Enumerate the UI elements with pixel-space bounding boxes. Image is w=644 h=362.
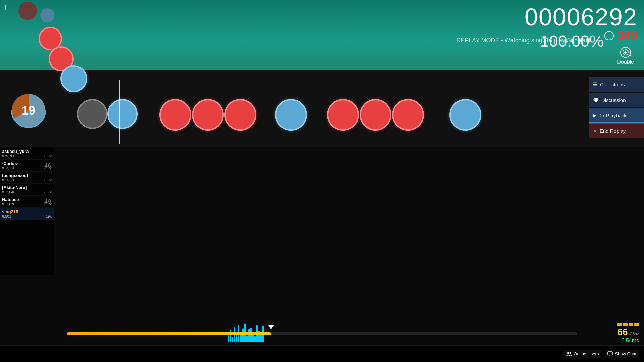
discussion-button[interactable]: 💬 Discussion — [589, 93, 644, 107]
latency-display: 0.54ms — [617, 338, 639, 344]
double-label: Double — [617, 59, 634, 65]
player-score-3: 813,210 — [2, 178, 15, 182]
fps-label: /86hz — [629, 331, 639, 336]
hit-circle-gray — [77, 99, 107, 129]
show-chat-button[interactable]: Show Chat — [605, 350, 639, 358]
score-entry-5: Hatsuse 812,070 717x 49 — [0, 196, 54, 208]
end-replay-label: End Replay — [600, 128, 626, 134]
player-combo-4: 717x — [44, 190, 52, 194]
player-combo-3: 717x — [44, 178, 52, 182]
fps-dot-1 — [617, 323, 622, 326]
score-entry-1: asuasu_yura 879,760 717x — [0, 147, 54, 160]
hit-circle-red-c2 — [192, 99, 224, 131]
play-marker-icon — [268, 325, 274, 329]
clock-combo-row: 389 — [604, 28, 637, 43]
progress-marker — [268, 325, 274, 329]
fps-dot-4 — [634, 323, 639, 326]
player-score-4: 812,640 — [2, 190, 15, 194]
progress-container — [67, 323, 577, 344]
fps-dots — [617, 323, 639, 326]
end-replay-button[interactable]: ✕ End Replay — [589, 123, 644, 138]
progress-bar-background[interactable] — [67, 332, 577, 335]
score-entry-4: [Akita-Neru] 812,640 717x — [0, 184, 54, 196]
fps-number: 66 — [617, 327, 628, 338]
player-combo-1: 717x — [44, 154, 52, 158]
hit-circle-blue-far-right — [449, 99, 481, 131]
circle-number: 19 — [10, 92, 47, 129]
player-combo-6: 19x — [46, 214, 52, 218]
clock-icon — [604, 31, 614, 40]
hit-circle-blue-cr — [275, 99, 307, 131]
hit-circle-red-r3 — [392, 99, 424, 131]
hit-circle-blue-1 — [107, 99, 138, 129]
chat-icon — [607, 351, 613, 357]
playback-label: 1x Playback — [599, 113, 627, 118]
player-name-6: sing216 — [2, 209, 52, 214]
cursor-display — [18, 2, 37, 20]
player-stats-1: 879,760 717x — [2, 154, 52, 158]
discussion-icon: 💬 — [593, 97, 599, 103]
right-panel: ☷ Collections 💬 Discussion ▶ 1x Playback… — [589, 77, 644, 138]
progress-bar-fill — [67, 332, 271, 335]
show-chat-label: Show Chat — [615, 351, 636, 356]
score-entry-2: -Carlos- 813,210 717x 46 — [0, 160, 54, 172]
combo-display: 389 — [617, 28, 637, 43]
scoreboard: asuasu_yura 879,760 717x -Carlos- 813,21… — [0, 147, 54, 275]
fps-dot-3 — [629, 323, 633, 326]
collections-icon: ☷ — [593, 82, 597, 87]
score-display: 00006292 — [525, 3, 637, 31]
collections-button[interactable]: ☷ Collections — [589, 77, 644, 92]
player-name-3: tuengsocool — [2, 173, 52, 178]
collections-label: Collections — [600, 82, 625, 87]
cursor-inner — [40, 8, 54, 22]
performance-display: 66 /86hz 0.54ms — [617, 323, 639, 344]
end-replay-icon: ✕ — [593, 128, 597, 133]
svg-point-5 — [567, 352, 569, 354]
fps-dot-2 — [623, 323, 628, 326]
hit-circle-red-c1 — [159, 99, 191, 131]
playback-icon: ▶ — [593, 113, 597, 118]
playback-button[interactable]: ▶ 1x Playback — [589, 108, 644, 123]
hit-circle-blue-mid — [60, 65, 87, 92]
player-score-1: 879,760 — [2, 154, 15, 158]
hit-circle-red-r2 — [360, 99, 391, 131]
player-stats-3: 813,210 717x — [2, 178, 52, 182]
player-rank-5: 49 — [44, 198, 51, 205]
hit-number-circle: 19 — [10, 92, 47, 129]
online-users-button[interactable]: Online Users — [564, 350, 601, 358]
player-score-2: 813,210 — [2, 166, 15, 170]
score-entry-3: tuengsocool 813,210 717x — [0, 172, 54, 184]
apple-logo:  — [5, 3, 8, 12]
player-stats-4: 812,640 717x — [2, 190, 52, 194]
online-users-icon — [566, 351, 572, 357]
player-stats-6: 6,501 19x — [2, 214, 52, 218]
player-name-1: asuasu_yura — [2, 149, 52, 154]
hit-circle-red-r1 — [327, 99, 359, 131]
player-score-5: 812,070 — [2, 202, 15, 206]
player-score-6: 6,501 — [2, 214, 11, 218]
double-button[interactable]: Double — [617, 47, 634, 65]
score-entry-6: sing216 6,501 19x — [0, 208, 54, 220]
bottom-bar: Online Users Show Chat — [0, 345, 644, 362]
replay-mode-text: REPLAY MODE - Watching sing216 play Subp… — [456, 37, 590, 44]
player-name-4: [Akita-Neru] — [2, 185, 52, 190]
online-users-label: Online Users — [574, 351, 599, 356]
discussion-label: Discussion — [601, 97, 626, 103]
fps-row: 66 /86hz — [617, 327, 639, 338]
hit-circle-red-c3 — [224, 99, 256, 131]
game-area:  00006292 389 100.00% REPLAY MODE - Wat… — [0, 0, 644, 147]
cursor-line — [119, 80, 120, 144]
player-rank-2: 46 — [44, 162, 51, 169]
svg-point-6 — [570, 352, 571, 354]
double-icon — [620, 47, 631, 58]
svg-rect-7 — [608, 352, 612, 355]
cursor-outer — [18, 2, 37, 20]
